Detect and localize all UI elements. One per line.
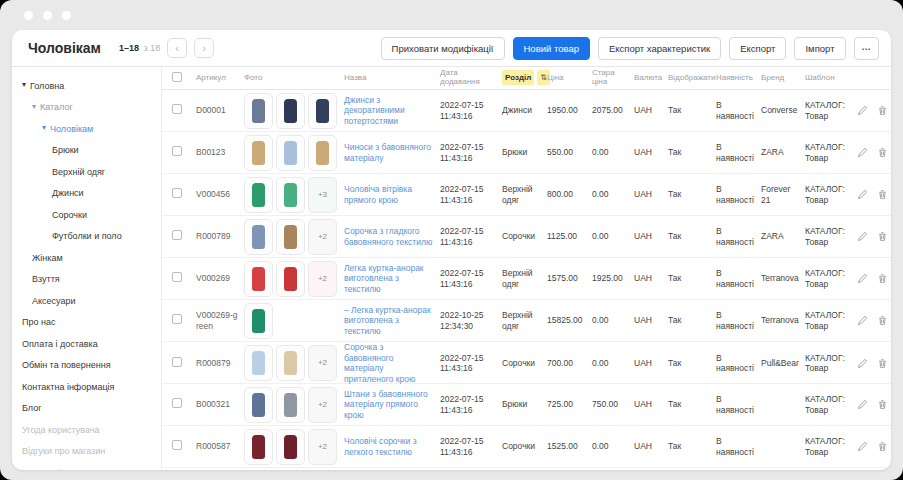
- more-photos-badge[interactable]: +2: [308, 345, 337, 381]
- sidebar-item-label: Футболки и поло: [52, 231, 122, 241]
- import-button[interactable]: Імпорт: [794, 37, 845, 60]
- product-photo[interactable]: [276, 261, 305, 297]
- product-photo[interactable]: [276, 345, 305, 381]
- sidebar-item-dzhynsy[interactable]: Джинси: [12, 183, 161, 205]
- product-section: Брюки: [502, 399, 547, 410]
- sidebar-item-zhinkam[interactable]: Жінкам: [12, 247, 161, 269]
- sidebar-item-sorochky[interactable]: Сорочки: [12, 204, 161, 226]
- row-checkbox[interactable]: [172, 104, 182, 114]
- sidebar-item-futbolky-y-polo[interactable]: Футболки и поло: [12, 226, 161, 248]
- edit-icon[interactable]: [857, 315, 868, 326]
- delete-icon[interactable]: [877, 399, 888, 410]
- edit-icon[interactable]: [857, 273, 868, 284]
- product-photo[interactable]: [244, 429, 273, 465]
- edit-icon[interactable]: [857, 231, 868, 242]
- edit-icon[interactable]: [857, 147, 868, 158]
- more-actions-button[interactable]: ⋯: [854, 37, 880, 60]
- more-photos-badge[interactable]: +2: [308, 261, 337, 297]
- row-checkbox[interactable]: [172, 440, 182, 450]
- product-photo[interactable]: [308, 93, 337, 129]
- edit-icon[interactable]: [857, 189, 868, 200]
- garment-image: [252, 141, 265, 165]
- product-photo[interactable]: [244, 387, 273, 423]
- row-checkbox[interactable]: [172, 188, 182, 198]
- new-product-button[interactable]: Новий товар: [513, 37, 590, 60]
- edit-icon[interactable]: [857, 399, 868, 410]
- sidebar-item-verkhnii-odiah[interactable]: Верхній одяг: [12, 161, 161, 183]
- hide-modifications-button[interactable]: Приховати модифікації: [381, 37, 505, 60]
- table-header: АртикулФотоНазваДата додаванняРозділ⇅Цін…: [162, 67, 891, 90]
- row-actions: [857, 358, 891, 369]
- product-photo[interactable]: [244, 303, 273, 339]
- row-checkbox[interactable]: [172, 272, 182, 282]
- product-photo[interactable]: [308, 135, 337, 171]
- product-template: КАТАЛОГ: Товар: [805, 436, 857, 457]
- delete-icon[interactable]: [877, 189, 888, 200]
- product-photo[interactable]: [276, 429, 305, 465]
- sidebar-item-obmin-ta-povernennia[interactable]: Обмін та повернення: [12, 355, 161, 377]
- row-checkbox[interactable]: [172, 357, 182, 367]
- product-photo[interactable]: [276, 177, 305, 213]
- delete-icon[interactable]: [877, 147, 888, 158]
- product-brand: Terranova: [761, 315, 805, 326]
- row-checkbox[interactable]: [172, 146, 182, 156]
- edit-icon[interactable]: [857, 441, 868, 452]
- sidebar-item-cholovikam[interactable]: ▾Чоловікам: [12, 118, 161, 140]
- edit-icon[interactable]: [857, 358, 868, 369]
- sidebar-item-label: Оплата і доставка: [22, 339, 98, 349]
- sidebar-item-briuky[interactable]: Брюки: [12, 140, 161, 162]
- export-characteristics-button[interactable]: Експорт характеристик: [598, 37, 721, 60]
- sidebar-item-oplata-i-dostavka[interactable]: Оплата і доставка: [12, 333, 161, 355]
- row-checkbox[interactable]: [172, 314, 182, 324]
- product-photo[interactable]: [244, 219, 273, 255]
- product-currency: UAH: [634, 315, 668, 326]
- more-photos-badge[interactable]: +2: [308, 219, 337, 255]
- sidebar-item-holovna[interactable]: ▾Головна: [12, 75, 161, 97]
- sidebar-item-mapa-saitu[interactable]: Мапа сайту: [12, 462, 161, 470]
- sidebar-item-pro-nas[interactable]: Про нас: [12, 312, 161, 334]
- more-photos-badge[interactable]: +2: [308, 429, 337, 465]
- select-all-checkbox[interactable]: [172, 72, 182, 82]
- sidebar-item-vzuttia[interactable]: Взуття: [12, 269, 161, 291]
- prev-page-button[interactable]: ‹: [167, 38, 187, 58]
- sidebar-item-aksesuary[interactable]: Аксесуари: [12, 290, 161, 312]
- more-photos-badge[interactable]: +3: [308, 177, 337, 213]
- product-photo[interactable]: [276, 93, 305, 129]
- delete-icon[interactable]: [877, 273, 888, 284]
- row-actions: [857, 441, 891, 452]
- delete-icon[interactable]: [877, 231, 888, 242]
- delete-icon[interactable]: [877, 105, 888, 116]
- sidebar-item-uhoda-korystuvacha[interactable]: Угода користувача: [12, 419, 161, 441]
- product-photo[interactable]: [276, 219, 305, 255]
- row-checkbox[interactable]: [172, 398, 182, 408]
- product-old-price: 1925.00: [592, 273, 634, 284]
- next-page-button[interactable]: ›: [194, 38, 214, 58]
- sidebar-item-kataloh[interactable]: ▾Каталог: [12, 97, 161, 119]
- edit-icon[interactable]: [857, 105, 868, 116]
- sidebar-item-label: Обмін та повернення: [22, 360, 111, 370]
- delete-icon[interactable]: [877, 358, 888, 369]
- product-photo[interactable]: [244, 93, 273, 129]
- delete-icon[interactable]: [877, 441, 888, 452]
- product-photo[interactable]: [276, 387, 305, 423]
- column-header-rozdil[interactable]: Розділ⇅: [502, 74, 547, 83]
- product-photo[interactable]: [244, 135, 273, 171]
- row-select-cell: [172, 357, 196, 370]
- date-added: 2022-07-1511:43:16: [440, 142, 502, 163]
- sidebar-item-bloh[interactable]: Блог: [12, 398, 161, 420]
- garment-image: [284, 99, 297, 123]
- delete-icon[interactable]: [877, 315, 888, 326]
- more-photos-badge[interactable]: +2: [308, 387, 337, 423]
- product-photo[interactable]: [276, 135, 305, 171]
- export-button[interactable]: Експорт: [729, 37, 786, 60]
- product-photo[interactable]: [244, 177, 273, 213]
- sidebar-item-kontaktna-informatsiia[interactable]: Контактна інформація: [12, 376, 161, 398]
- sidebar-item-vidhuky-pro-mahazyn[interactable]: Відгуки про магазин: [12, 441, 161, 463]
- column-header-nazva: Назва: [344, 74, 440, 83]
- product-template: КАТАЛОГ: Товар: [805, 226, 857, 247]
- row-checkbox[interactable]: [172, 230, 182, 240]
- product-availability: В наявності: [716, 100, 761, 121]
- product-photo[interactable]: [244, 261, 273, 297]
- product-photos: +2: [244, 387, 344, 423]
- product-photo[interactable]: [244, 345, 273, 381]
